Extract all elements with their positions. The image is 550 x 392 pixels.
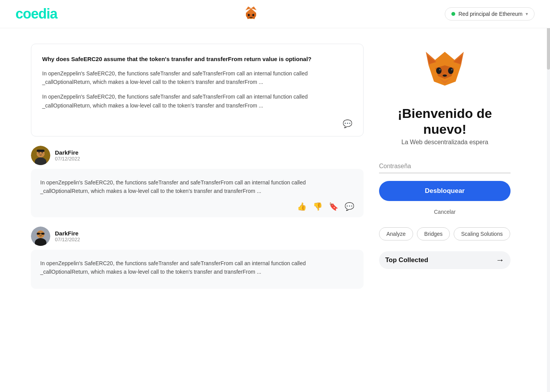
question-body-2: In openZeppelin's SafeERC20, the functio… (42, 92, 352, 110)
metamask-fox-large-icon (418, 44, 472, 98)
svg-rect-18 (37, 150, 44, 152)
main-content: Why does SafeERC20 assume that the token… (0, 28, 550, 304)
question-card: Why does SafeERC20 assume that the token… (31, 44, 364, 136)
author-row-2: DarkFire 07/12/2022 (31, 227, 364, 246)
post-entry-1: DarkFire 07/12/2022 In openZeppelin's Sa… (31, 146, 364, 217)
bookmark-icon[interactable]: 🔖 (329, 202, 338, 211)
svg-point-38 (442, 75, 447, 77)
author-info-1: DarkFire 07/12/2022 (55, 149, 80, 162)
thumbs-down-icon[interactable]: 👎 (313, 202, 323, 211)
tag-analyze[interactable]: Analyze (379, 227, 413, 240)
thumbs-up-icon[interactable]: 👍 (297, 202, 307, 211)
author-name-1: DarkFire (55, 149, 80, 156)
svg-point-34 (436, 68, 442, 74)
question-title: Why does SafeERC20 assume that the token… (42, 55, 352, 64)
unlock-button[interactable]: Desbloquear (379, 181, 511, 201)
metamask-widget: ¡Bienvenido de nuevo! La Web descentrali… (379, 44, 511, 269)
tags-section: Analyze Bridges Scaling Solutions (379, 227, 511, 240)
svg-rect-25 (37, 233, 40, 235)
network-label: Red principal de Ethereum (458, 11, 523, 17)
right-panel: ¡Bienvenido de nuevo! La Web descentrali… (379, 44, 511, 289)
svg-rect-26 (41, 233, 44, 235)
chevron-down-icon: ▾ (526, 11, 528, 17)
question-body-1: In openZeppelin's SafeERC20, the functio… (42, 69, 352, 87)
post-body-2: In openZeppelin's SafeERC20, the functio… (40, 259, 354, 276)
top-collected-row[interactable]: Top Collected → (379, 251, 511, 269)
network-badge[interactable]: Red principal de Ethereum ▾ (445, 7, 535, 20)
tag-bridges[interactable]: Bridges (417, 227, 450, 240)
avatar-2 (31, 227, 50, 246)
metamask-fox-header-icon (242, 5, 260, 23)
header: coedia Red principal de Ethereum ▾ (0, 0, 550, 28)
network-status-dot (451, 12, 455, 16)
password-input[interactable] (379, 160, 511, 173)
posts-panel: Why does SafeERC20 assume that the token… (31, 44, 364, 289)
author-date-2: 07/12/2022 (55, 237, 80, 242)
avatar-1 (31, 146, 50, 165)
post-body-1: In openZeppelin's SafeERC20, the functio… (40, 178, 354, 196)
top-collected-label: Top Collected (385, 256, 428, 264)
tag-scaling-solutions[interactable]: Scaling Solutions (454, 227, 510, 240)
author-info-2: DarkFire 07/12/2022 (55, 230, 80, 242)
svg-rect-8 (249, 17, 253, 18)
logo: coedia (15, 6, 57, 22)
svg-point-17 (42, 152, 43, 153)
author-name-2: DarkFire (55, 230, 80, 237)
question-footer: 💬 (42, 116, 352, 128)
scrollbar[interactable] (547, 0, 550, 392)
svg-point-16 (39, 152, 40, 153)
arrow-right-icon: → (496, 255, 504, 265)
svg-point-7 (253, 14, 255, 16)
post-card-1: In openZeppelin's SafeERC20, the functio… (31, 169, 364, 217)
svg-point-35 (448, 68, 453, 74)
author-date-1: 07/12/2022 (55, 156, 80, 162)
svg-point-37 (451, 69, 453, 70)
scroll-thumb[interactable] (547, 23, 550, 70)
svg-point-36 (439, 69, 441, 70)
post-entry-2: DarkFire 07/12/2022 In openZeppelin's Sa… (31, 227, 364, 289)
svg-point-6 (248, 14, 250, 16)
post-card-2: In openZeppelin's SafeERC20, the functio… (31, 250, 364, 289)
welcome-subtitle: La Web descentralizada espera (379, 139, 511, 146)
welcome-title: ¡Bienvenido de nuevo! La Web descentrali… (379, 106, 511, 146)
post-actions-1: 👍 👎 🔖 💬 (40, 202, 354, 211)
cancel-link[interactable]: Cancelar (434, 209, 456, 215)
comment-icon[interactable]: 💬 (343, 119, 352, 128)
comment-icon-post1[interactable]: 💬 (345, 202, 354, 211)
header-center (57, 5, 445, 23)
author-row-1: DarkFire 07/12/2022 (31, 146, 364, 165)
